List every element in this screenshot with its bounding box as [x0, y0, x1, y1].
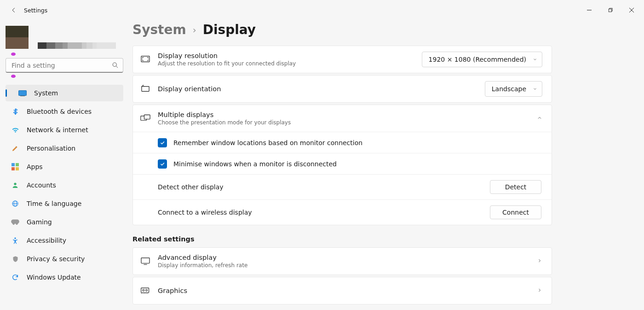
sidebar-item-accounts[interactable]: Accounts [6, 177, 123, 193]
nav-list: System Bluetooth & devices Network & int… [6, 85, 123, 286]
option-remember-locations[interactable]: Remember window locations based on monit… [133, 132, 552, 153]
window-controls [579, 3, 642, 18]
sidebar-item-label: Network & internet [27, 126, 88, 134]
sidebar-item-network[interactable]: Network & internet [6, 122, 123, 138]
profile-block[interactable] [6, 26, 123, 49]
sidebar-item-time-language[interactable]: Time & language [6, 195, 123, 212]
shield-icon [11, 255, 19, 263]
svg-rect-23 [141, 288, 149, 292]
row-title: Advanced display [158, 254, 247, 261]
apps-icon [11, 163, 19, 171]
row-title: Graphics [158, 287, 187, 294]
sidebar-item-bluetooth[interactable]: Bluetooth & devices [6, 103, 123, 120]
dropdown-value: 1920 × 1080 (Recommended) [429, 56, 526, 63]
sidebar-item-label: Bluetooth & devices [27, 108, 92, 115]
sidebar-item-privacy[interactable]: Privacy & security [6, 251, 123, 267]
paintbrush-icon [11, 144, 19, 152]
svg-rect-11 [16, 167, 19, 170]
titlebar: Settings [0, 0, 644, 20]
chevron-right-icon [537, 287, 542, 294]
row-title: Display orientation [158, 85, 221, 93]
option-label: Remember window locations based on monit… [173, 139, 362, 146]
svg-rect-7 [20, 96, 25, 96]
search-icon [112, 62, 119, 70]
row-advanced-display[interactable]: Advanced display Display information, re… [132, 247, 552, 275]
chevron-right-icon: › [193, 24, 196, 35]
sidebar-item-label: Privacy & security [27, 255, 85, 263]
svg-rect-1 [609, 9, 611, 12]
sidebar-item-personalisation[interactable]: Personalisation [6, 140, 123, 157]
gamepad-icon [11, 218, 19, 226]
row-subtitle: Adjust the resolution to fit your connec… [158, 60, 296, 67]
orientation-dropdown[interactable]: Landscape [485, 81, 542, 97]
chevron-down-icon [533, 87, 537, 91]
decoration-dot [11, 53, 16, 56]
chevron-right-icon [537, 257, 542, 265]
wifi-icon [11, 126, 19, 134]
row-graphics[interactable]: Graphics [132, 277, 552, 304]
maximize-button[interactable] [600, 3, 621, 18]
option-label: Minimise windows when a monitor is disco… [173, 160, 337, 168]
sidebar-item-label: Apps [27, 163, 43, 170]
row-detect-display: Detect other display Detect [133, 174, 552, 199]
svg-rect-21 [141, 258, 150, 263]
row-display-orientation: Display orientation Landscape [132, 75, 552, 103]
chevron-up-icon [537, 115, 542, 122]
row-subtitle: Display information, refresh rate [158, 262, 247, 269]
svg-point-12 [14, 183, 16, 185]
sidebar-item-apps[interactable]: Apps [6, 158, 123, 175]
detect-button[interactable]: Detect [490, 180, 541, 194]
sidebar-item-label: Accessibility [27, 237, 66, 244]
close-button[interactable] [621, 3, 642, 18]
checkbox-checked[interactable] [158, 138, 167, 147]
svg-point-24 [143, 289, 144, 291]
svg-rect-9 [16, 163, 19, 166]
expander-header[interactable]: Multiple displays Choose the presentatio… [133, 105, 552, 132]
sidebar-item-label: System [34, 89, 58, 97]
sidebar-item-gaming[interactable]: Gaming [6, 214, 123, 230]
svg-point-16 [14, 237, 16, 239]
svg-point-25 [146, 289, 148, 291]
connect-button[interactable]: Connect [490, 205, 541, 219]
sidebar-item-accessibility[interactable]: Accessibility [6, 232, 123, 249]
svg-rect-10 [12, 167, 15, 170]
globe-icon [11, 199, 19, 208]
person-icon [11, 181, 19, 189]
minimize-button[interactable] [579, 3, 600, 18]
accessibility-icon [11, 236, 19, 245]
sidebar-item-label: Accounts [27, 181, 56, 189]
sidebar-item-label: Gaming [27, 218, 52, 226]
breadcrumb-root[interactable]: System [132, 22, 186, 37]
sidebar: System Bluetooth & devices Network & int… [0, 20, 129, 310]
search-wrap [6, 58, 123, 73]
window-title: Settings [24, 7, 47, 14]
row-subtitle: Choose the presentation mode for your di… [158, 119, 291, 126]
chevron-down-icon [533, 57, 537, 62]
system-icon [18, 89, 27, 97]
svg-rect-8 [12, 163, 15, 166]
row-connect-wireless: Connect to a wireless display Connect [133, 199, 552, 225]
row-multiple-displays: Multiple displays Choose the presentatio… [132, 105, 552, 225]
monitor-icon [140, 256, 150, 266]
profile-name-placeholder [38, 26, 116, 49]
update-icon [11, 273, 19, 281]
svg-line-5 [116, 66, 118, 68]
dropdown-value: Landscape [492, 85, 526, 93]
back-button[interactable] [7, 4, 20, 17]
sidebar-item-system[interactable]: System [6, 85, 123, 101]
multiple-displays-icon [140, 113, 150, 123]
row-display-resolution: Display resolution Adjust the resolution… [132, 46, 552, 73]
checkbox-checked[interactable] [158, 159, 167, 169]
svg-point-4 [113, 63, 116, 66]
option-minimise-disconnect[interactable]: Minimise windows when a monitor is disco… [133, 153, 552, 174]
search-input[interactable] [6, 58, 123, 73]
graphics-icon [140, 286, 150, 296]
resolution-dropdown[interactable]: 1920 × 1080 (Recommended) [422, 52, 542, 67]
sidebar-item-windows-update[interactable]: Windows Update [6, 269, 123, 286]
breadcrumb: System › Display [132, 22, 626, 37]
row-title: Multiple displays [158, 111, 291, 118]
decoration-dot [11, 75, 16, 78]
sidebar-item-label: Time & language [27, 200, 81, 207]
svg-rect-6 [19, 90, 27, 95]
svg-rect-20 [144, 115, 150, 119]
